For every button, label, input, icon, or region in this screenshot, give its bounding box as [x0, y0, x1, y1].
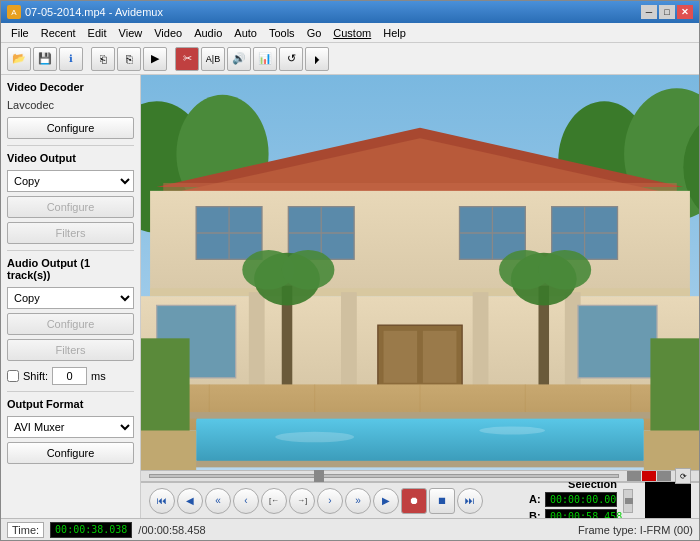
toolbar-loop-btn[interactable]: ↺	[279, 47, 303, 71]
audio-filters-btn[interactable]: Filters	[7, 339, 134, 361]
status-bar: Time: 00:00:38.038 /00:00:58.458 Frame t…	[1, 518, 699, 540]
ctrl-step-back-many-btn[interactable]: «	[205, 488, 231, 514]
vol-seg-1	[627, 471, 641, 481]
video-output-dropdown[interactable]: Copy	[7, 170, 134, 192]
svg-rect-51	[190, 461, 651, 468]
volume-bar	[627, 471, 671, 481]
lavcodec-label: Lavcodec	[7, 99, 134, 111]
svg-rect-55	[644, 431, 699, 471]
mini-scrollbar[interactable]	[623, 489, 633, 513]
maximize-button[interactable]: □	[659, 5, 675, 19]
menu-view[interactable]: View	[113, 25, 149, 41]
audio-configure-btn[interactable]: Configure	[7, 313, 134, 335]
controls-area: ⏮ ◀ « ‹ [← →] › » ▶ ⏺ ⏹ ⏭ Selection A:	[141, 482, 699, 518]
timeline-thumb[interactable]	[314, 470, 324, 482]
output-format-label: Output Format	[7, 398, 134, 410]
selection-panel: Selection A: 00:00:00.00 B: 00:00:58.458	[529, 478, 617, 519]
app-icon: A	[7, 5, 21, 19]
svg-rect-29	[383, 330, 417, 383]
ctrl-goto-end-btn[interactable]: ⏭	[457, 488, 483, 514]
menu-help[interactable]: Help	[377, 25, 412, 41]
output-configure-btn[interactable]: Configure	[7, 442, 134, 464]
toolbar-next-btn[interactable]: ⎘	[117, 47, 141, 71]
ctrl-record-btn[interactable]: ⏺	[401, 488, 427, 514]
toolbar-info-btn[interactable]: ℹ	[59, 47, 83, 71]
toolbar-prev-btn[interactable]: ⎗	[91, 47, 115, 71]
vol-seg-3	[657, 471, 671, 481]
menu-video[interactable]: Video	[148, 25, 188, 41]
ctrl-step-fwd-btn[interactable]: ›	[317, 488, 343, 514]
ctrl-step-back-btn[interactable]: ‹	[233, 488, 259, 514]
video-area: ⟳ ⏮ ◀ « ‹ [← →] › » ▶ ⏺ ⏹ ⏭ Sel	[141, 75, 699, 518]
menu-recent[interactable]: Recent	[35, 25, 82, 41]
shift-input[interactable]	[52, 367, 87, 385]
shift-unit-label: ms	[91, 370, 106, 382]
menu-bar: File Recent Edit View Video Audio Auto T…	[1, 23, 699, 43]
toolbar-ab-btn[interactable]: A|B	[201, 47, 225, 71]
sel-a-value: 00:00:00.00	[545, 492, 617, 507]
ctrl-step-fwd-many-btn[interactable]: »	[345, 488, 371, 514]
shift-checkbox[interactable]	[7, 370, 19, 382]
close-button[interactable]: ✕	[677, 5, 693, 19]
selection-a-row: A: 00:00:00.00	[529, 492, 617, 507]
svg-point-40	[539, 250, 592, 290]
sel-b-value: 00:00:58.458	[545, 509, 617, 519]
frame-type-display: Frame type: I-FRM (00)	[578, 524, 693, 536]
ctrl-goto-start-btn[interactable]: ⏮	[149, 488, 175, 514]
audio-output-dropdown[interactable]: Copy	[7, 287, 134, 309]
ctrl-mark-b-btn[interactable]: →]	[289, 488, 315, 514]
divider1	[7, 145, 134, 146]
video-configure-btn[interactable]: Configure	[7, 196, 134, 218]
svg-rect-10	[150, 288, 690, 296]
menu-tools[interactable]: Tools	[263, 25, 301, 41]
toolbar-export-btn[interactable]: ⏵	[305, 47, 329, 71]
svg-point-48	[275, 432, 354, 443]
svg-rect-24	[249, 292, 265, 388]
menu-custom[interactable]: Custom	[327, 25, 377, 41]
window-controls: ─ □ ✕	[641, 5, 693, 19]
video-filters-btn[interactable]: Filters	[7, 222, 134, 244]
menu-audio[interactable]: Audio	[188, 25, 228, 41]
menu-file[interactable]: File	[5, 25, 35, 41]
ctrl-play-back-btn[interactable]: ◀	[177, 488, 203, 514]
output-format-dropdown-container: AVI Muxer	[7, 416, 134, 438]
toolbar: 📂 💾 ℹ ⎗ ⎘ ▶ ✂ A|B 🔊 📊 ↺ ⏵	[1, 43, 699, 75]
svg-point-36	[282, 250, 335, 290]
video-frame	[141, 75, 699, 470]
toolbar-audio-btn[interactable]: 🔊	[227, 47, 251, 71]
timeline-track[interactable]	[149, 474, 619, 478]
shift-row: Shift: ms	[7, 367, 134, 385]
toolbar-cut-btn[interactable]: ✂	[175, 47, 199, 71]
svg-rect-50	[190, 412, 651, 419]
toolbar-play-btn[interactable]: ▶	[143, 47, 167, 71]
svg-rect-32	[578, 305, 657, 377]
main-window: A 07-05-2014.mp4 - Avidemux ─ □ ✕ File R…	[0, 0, 700, 541]
video-output-dropdown-container: Copy	[7, 170, 134, 192]
video-decoder-configure-btn[interactable]: Configure	[7, 117, 134, 139]
toolbar-save-btn[interactable]: 💾	[33, 47, 57, 71]
svg-point-49	[479, 427, 545, 435]
volume-btn[interactable]: ⟳	[675, 468, 691, 484]
vol-seg-2	[642, 471, 656, 481]
toolbar-chart-btn[interactable]: 📊	[253, 47, 277, 71]
output-format-dropdown[interactable]: AVI Muxer	[7, 416, 134, 438]
time-label: Time:	[7, 522, 44, 538]
timeline-area: ⟳	[141, 470, 699, 482]
svg-rect-30	[423, 330, 457, 383]
menu-go[interactable]: Go	[301, 25, 328, 41]
svg-rect-25	[341, 292, 357, 388]
title-bar-left: A 07-05-2014.mp4 - Avidemux	[7, 5, 163, 19]
divider2	[7, 250, 134, 251]
menu-auto[interactable]: Auto	[228, 25, 263, 41]
ctrl-mark-a-btn[interactable]: [←	[261, 488, 287, 514]
window-title: 07-05-2014.mp4 - Avidemux	[25, 6, 163, 18]
video-decoder-label: Video Decoder	[7, 81, 134, 93]
audio-output-dropdown-container: Copy	[7, 287, 134, 309]
minimize-button[interactable]: ─	[641, 5, 657, 19]
svg-rect-26	[473, 292, 489, 388]
ctrl-play-fwd-btn[interactable]: ▶	[373, 488, 399, 514]
ctrl-stop-btn[interactable]: ⏹	[429, 488, 455, 514]
toolbar-open-btn[interactable]: 📂	[7, 47, 31, 71]
title-bar: A 07-05-2014.mp4 - Avidemux ─ □ ✕	[1, 1, 699, 23]
menu-edit[interactable]: Edit	[82, 25, 113, 41]
